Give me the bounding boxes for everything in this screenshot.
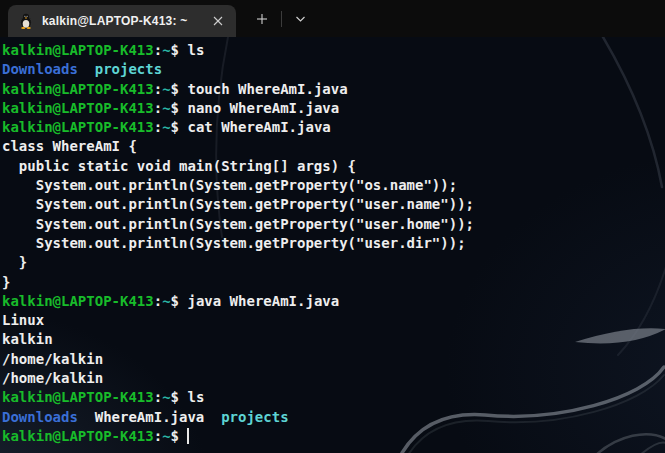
- titlebar[interactable]: kalkin@LAPTOP-K413: ~: [0, 0, 665, 37]
- chevron-down-icon: [295, 15, 306, 23]
- terminal-output: kalkin@LAPTOP-K413:~$ lsDownloads projec…: [0, 37, 665, 446]
- terminal-line: System.out.println(System.getProperty("u…: [2, 215, 665, 234]
- terminal-line: Linux: [2, 311, 665, 330]
- terminal-line: }: [2, 253, 665, 272]
- terminal-line: kalkin: [2, 330, 665, 349]
- terminal-line: System.out.println(System.getProperty("o…: [2, 176, 665, 195]
- terminal-screen[interactable]: kalkin@LAPTOP-K413:~$ lsDownloads projec…: [0, 37, 665, 453]
- plus-icon: [256, 13, 268, 25]
- terminal-line: /home/kalkin: [2, 350, 665, 369]
- terminal-line: kalkin@LAPTOP-K413:~$ ls: [2, 41, 665, 60]
- terminal-line: kalkin@LAPTOP-K413:~$ cat WhereAmI.java: [2, 118, 665, 137]
- tab-dropdown-button[interactable]: [287, 5, 313, 33]
- terminal-line: class WhereAmI {: [2, 137, 665, 156]
- terminal-line: public static void main(String[] args) {: [2, 157, 665, 176]
- titlebar-divider: [281, 11, 282, 27]
- terminal-line: Downloads projects: [2, 60, 665, 79]
- terminal-line: /home/kalkin: [2, 369, 665, 388]
- terminal-line: Downloads WhereAmI.java projects: [2, 408, 665, 427]
- tab-title: kalkin@LAPTOP-K413: ~: [42, 14, 200, 28]
- terminal-line: kalkin@LAPTOP-K413:~$ nano WhereAmI.java: [2, 99, 665, 118]
- terminal-line: kalkin@LAPTOP-K413:~$ touch WhereAmI.jav…: [2, 80, 665, 99]
- terminal-window: kalkin@LAPTOP-K413: ~: [0, 0, 665, 453]
- terminal-line: System.out.println(System.getProperty("u…: [2, 195, 665, 214]
- terminal-line: kalkin@LAPTOP-K413:~$ java WhereAmI.java: [2, 292, 665, 311]
- new-tab-button[interactable]: [248, 5, 276, 33]
- close-tab-icon[interactable]: [208, 11, 228, 31]
- text-cursor: [187, 428, 189, 444]
- terminal-line: kalkin@LAPTOP-K413:~$ ls: [2, 388, 665, 407]
- terminal-tab[interactable]: kalkin@LAPTOP-K413: ~: [8, 5, 236, 37]
- linux-tux-icon: [18, 13, 34, 29]
- terminal-line: }: [2, 273, 665, 292]
- terminal-line: kalkin@LAPTOP-K413:~$: [2, 427, 665, 446]
- terminal-line: System.out.println(System.getProperty("u…: [2, 234, 665, 253]
